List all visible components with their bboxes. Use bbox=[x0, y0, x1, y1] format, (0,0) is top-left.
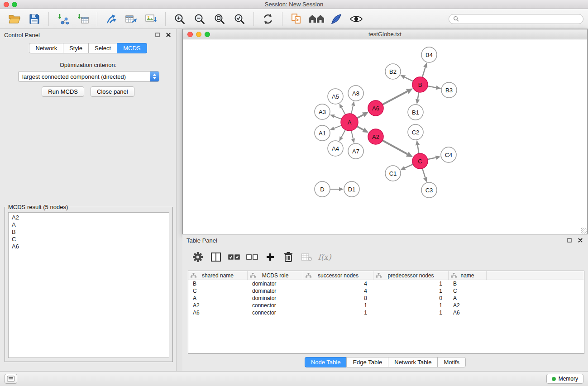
table-row[interactable]: Adominator80A bbox=[188, 295, 584, 302]
table-row[interactable]: Cdominator41C bbox=[188, 287, 584, 295]
graph-edge-B-B3[interactable] bbox=[428, 86, 436, 88]
graph-edge-B-B4[interactable] bbox=[422, 67, 425, 77]
select-all-columns-button[interactable] bbox=[225, 248, 243, 266]
run-mcds-button[interactable]: Run MCDS bbox=[42, 86, 84, 97]
graph-edge-A6-B[interactable] bbox=[382, 91, 407, 105]
table-settings-button[interactable] bbox=[189, 248, 207, 266]
import-network-button[interactable] bbox=[54, 11, 72, 27]
zoom-out-button[interactable] bbox=[191, 11, 208, 27]
graph-edge-A-A1[interactable] bbox=[334, 125, 341, 129]
open-folder-icon bbox=[8, 14, 21, 24]
import-table-button[interactable] bbox=[74, 11, 91, 27]
table-row[interactable]: A6connector11A6 bbox=[188, 309, 584, 316]
network-canvas[interactable]: B4B2BB3A8A5A6A3B1AC2A1A2A4A7C4CC1C3DD1 bbox=[183, 39, 587, 234]
graph-node-label: A6 bbox=[372, 105, 379, 112]
graph-edge-C-C1[interactable] bbox=[405, 164, 413, 168]
graph-edge-B-B1[interactable] bbox=[418, 92, 419, 100]
mcds-result-item[interactable]: C bbox=[12, 236, 166, 243]
graph-edge-A-A8[interactable] bbox=[351, 105, 353, 114]
graph-edge-C-C2[interactable] bbox=[417, 145, 419, 154]
close-table-panel-button[interactable] bbox=[576, 237, 584, 244]
network-window-titlebar[interactable]: testGlobe.txt bbox=[183, 29, 587, 39]
tab-style[interactable]: Style bbox=[63, 43, 89, 53]
clone-network-button[interactable] bbox=[103, 11, 120, 27]
memory-button[interactable]: Memory bbox=[546, 374, 583, 384]
edge-arrowhead bbox=[330, 114, 335, 118]
graph-edge-A-A7[interactable] bbox=[351, 131, 353, 139]
graph-edge-A-A5[interactable] bbox=[341, 108, 345, 115]
tab-network[interactable]: Network bbox=[29, 43, 63, 53]
clear-table-button[interactable] bbox=[297, 248, 316, 266]
zoom-fit-icon bbox=[214, 13, 225, 25]
toolbar-separator bbox=[282, 12, 282, 26]
home-view-button[interactable] bbox=[308, 11, 325, 27]
export-image-icon bbox=[145, 13, 158, 25]
mcds-result-list[interactable]: A2ABCA6 bbox=[8, 212, 169, 358]
zoom-selected-button[interactable] bbox=[231, 11, 248, 27]
graph-edge-C-C3[interactable] bbox=[422, 168, 425, 177]
table-cell: A bbox=[188, 295, 248, 302]
show-details-button[interactable] bbox=[348, 11, 365, 27]
table-cell: A bbox=[449, 295, 487, 302]
float-panel-button[interactable] bbox=[153, 31, 161, 39]
column-header-name[interactable]: name bbox=[449, 271, 487, 280]
refresh-view-button[interactable] bbox=[259, 11, 277, 27]
tab-network-table[interactable]: Network Table bbox=[388, 357, 438, 367]
float-table-panel-button[interactable] bbox=[565, 237, 573, 244]
graph-node-label: C2 bbox=[412, 129, 420, 136]
add-network-table-button[interactable] bbox=[123, 11, 140, 27]
zoom-fit-button[interactable] bbox=[211, 11, 228, 27]
style-brush-button[interactable] bbox=[328, 11, 345, 27]
control-panel-title: Control Panel bbox=[4, 32, 40, 38]
close-panel-button[interactable] bbox=[164, 31, 172, 39]
graph-edge-A2-C[interactable] bbox=[382, 140, 407, 154]
mcds-result-item[interactable]: A6 bbox=[12, 243, 166, 250]
table-panel: Table Panel bbox=[182, 234, 588, 371]
column-header-successor-nodes[interactable]: successor nodes bbox=[303, 271, 373, 280]
open-session-button[interactable] bbox=[6, 11, 23, 27]
task-history-button[interactable] bbox=[5, 374, 17, 384]
zoom-in-button[interactable] bbox=[171, 11, 188, 27]
table-row[interactable]: A2connector11A2 bbox=[188, 302, 584, 309]
tab-motifs[interactable]: Motifs bbox=[437, 357, 466, 367]
resize-grip[interactable] bbox=[581, 228, 587, 234]
unselect-all-columns-button[interactable] bbox=[243, 248, 261, 266]
tab-node-table[interactable]: Node Table bbox=[305, 357, 347, 367]
column-header-MCDS-role[interactable]: MCDS role bbox=[248, 271, 303, 280]
column-header-predecessor-nodes[interactable]: predecessor nodes bbox=[373, 271, 449, 280]
table-panel-tabs: Node TableEdge TableNetwork TableMotifs bbox=[182, 357, 588, 367]
close-icon bbox=[578, 238, 583, 243]
graph-edge-A-A3[interactable] bbox=[334, 116, 341, 119]
graph-edge-A-A6[interactable] bbox=[357, 115, 363, 118]
optimization-criterion-dropdown[interactable]: largest connected component (directed) bbox=[18, 71, 159, 82]
tab-select[interactable]: Select bbox=[88, 43, 117, 53]
table-row[interactable]: Bdominator41B bbox=[188, 280, 584, 287]
show-columns-button[interactable] bbox=[207, 248, 225, 266]
minimize-view-button[interactable] bbox=[196, 32, 201, 37]
save-session-button[interactable] bbox=[26, 11, 43, 27]
control-panel: Control Panel NetworkStyleSelectMCDS Opt… bbox=[0, 29, 177, 371]
export-image-button[interactable] bbox=[143, 11, 160, 27]
delete-column-button[interactable] bbox=[279, 248, 297, 266]
column-header-shared-name[interactable]: shared name bbox=[188, 271, 248, 280]
graph-edge-A-A2[interactable] bbox=[357, 126, 363, 130]
graph-edge-A-A4[interactable] bbox=[341, 130, 345, 138]
graph-edge-B-B2[interactable] bbox=[405, 77, 413, 81]
close-panel-push-button[interactable]: Close panel bbox=[91, 86, 134, 97]
graph-edge-C-C4[interactable] bbox=[428, 157, 436, 159]
tab-mcds[interactable]: MCDS bbox=[117, 43, 147, 53]
search-input[interactable] bbox=[461, 16, 579, 22]
zoom-view-button[interactable] bbox=[205, 32, 210, 37]
close-window-button[interactable] bbox=[4, 2, 9, 7]
copy-annotations-button[interactable] bbox=[288, 11, 305, 27]
mcds-result-item[interactable]: A2 bbox=[12, 214, 166, 221]
zoom-window-button[interactable] bbox=[12, 2, 17, 7]
close-view-button[interactable] bbox=[187, 32, 193, 37]
mcds-result-item[interactable]: A bbox=[12, 221, 166, 229]
tab-edge-table[interactable]: Edge Table bbox=[346, 357, 388, 367]
mcds-result-item[interactable]: B bbox=[12, 229, 166, 236]
create-column-button[interactable] bbox=[261, 248, 279, 266]
graph-node-label: A3 bbox=[319, 109, 326, 115]
function-builder-button[interactable]: f(x) bbox=[316, 248, 334, 266]
table-cell: connector bbox=[248, 302, 303, 309]
